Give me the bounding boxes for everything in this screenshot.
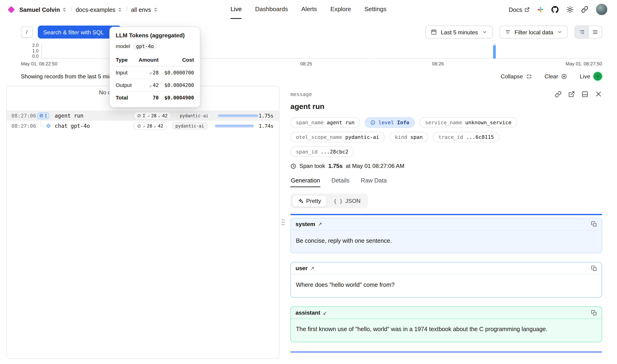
trace-row-agent-run[interactable]: 08:27:06 1 agent run Σ ↗ 28 ↙ [7, 111, 279, 121]
message-role: system [296, 221, 315, 227]
search-sql-button[interactable]: Search & filter with SQL [38, 26, 121, 39]
json-label: JSON [345, 198, 361, 204]
row-cost: $0.0004200 [159, 79, 194, 91]
flat-view-button[interactable] [588, 26, 602, 38]
nav-right-actions: Docs [509, 3, 607, 15]
filter-label: Filter local data [514, 29, 553, 35]
span-box-icon [39, 114, 43, 117]
copy-button[interactable] [591, 310, 597, 315]
toolbar: / Search & filter with SQL Last 5 minute… [0, 26, 617, 39]
tab-generation[interactable]: Generation [290, 176, 320, 187]
open-in-new-button[interactable] [568, 91, 575, 97]
time-range-select[interactable]: Last 5 minutes [425, 26, 492, 39]
y-tick: 0.0 [24, 54, 39, 58]
view-format-toggle-wrap: Pretty { } JSON [290, 194, 602, 208]
close-icon [595, 91, 602, 98]
nav-item-alerts[interactable]: Alerts [301, 0, 317, 19]
org-selector[interactable]: Samuel Colvin [19, 6, 67, 13]
span-detail-panel: message agent run span_name agent run le… [287, 86, 608, 359]
child-count-badge[interactable]: 1 [37, 112, 49, 119]
nav-item-live[interactable]: Live [231, 0, 242, 19]
service-name-pill[interactable]: service_name unknown_service [420, 117, 517, 128]
sun-icon [566, 6, 574, 13]
dock-panel-button[interactable] [581, 91, 588, 97]
scope-tag[interactable]: pydantic-ai [177, 112, 211, 119]
duration-bar[interactable] [215, 125, 254, 127]
copy-button[interactable] [591, 221, 597, 227]
slack-icon [537, 6, 544, 13]
copy-button[interactable] [591, 265, 597, 271]
filter-local-data-select[interactable]: Filter local data [499, 26, 568, 39]
input-arrow-icon: ↗ [149, 70, 152, 76]
updown-icon [117, 7, 122, 12]
duration-bar-track [214, 125, 254, 127]
scope-tag[interactable]: pydantic-ai [172, 122, 207, 130]
project-selector[interactable]: docs-examples [76, 6, 122, 13]
tree-view-button[interactable] [575, 26, 588, 38]
attr-key: span_name [296, 120, 324, 125]
span-name: chat gpt-4o [55, 123, 133, 129]
collapse-button[interactable]: Collapse [500, 73, 532, 79]
message-card-user: user ↗ Where does "hello world" come fro… [290, 262, 602, 298]
panel-splitter[interactable] [279, 86, 287, 359]
env-selector[interactable]: all envs [131, 6, 158, 13]
view-mode-toggle [575, 26, 602, 39]
level-pill[interactable]: level Info [365, 117, 415, 128]
filter-icon [505, 29, 511, 35]
updown-icon [153, 7, 158, 12]
theme-toggle-button[interactable] [566, 6, 574, 13]
copy-link-button[interactable] [555, 91, 562, 97]
slack-button[interactable] [537, 6, 544, 13]
nav-item-explore[interactable]: Explore [330, 0, 351, 19]
clock-icon [290, 163, 296, 169]
output-arrow-icon: ↙ [158, 113, 160, 118]
token-icon [137, 124, 141, 128]
drag-handle-icon[interactable] [281, 219, 285, 226]
model-value: gpt-4o [133, 43, 157, 50]
token-usage-pill[interactable]: Σ ↗ 28 ↙ 42 [133, 112, 171, 120]
attr-value: agent run [327, 120, 355, 125]
input-arrow-icon: ↗ [143, 124, 145, 128]
token-usage-pill[interactable]: ↗ 28 ↙ 42 [133, 122, 167, 130]
share-link-button[interactable] [581, 6, 589, 13]
json-view-button[interactable]: { } JSON [328, 195, 367, 207]
kind-pill[interactable]: kind span [389, 132, 428, 142]
histogram-bar[interactable] [493, 45, 496, 59]
github-button[interactable] [551, 6, 559, 13]
message-text: The first known use of "hello, world" wa… [291, 319, 563, 342]
nav-item-settings[interactable]: Settings [364, 0, 386, 19]
attr-key: kind [395, 134, 407, 140]
message-card-assistant: assistant ↙ The first known use of "hell… [290, 307, 602, 342]
status-actions: Collapse Clear Live [500, 72, 602, 80]
attr-value: Info [397, 120, 409, 125]
span-name-pill[interactable]: span_name agent run [290, 117, 360, 128]
duration-bar[interactable] [218, 114, 258, 117]
user-avatar[interactable] [596, 3, 607, 15]
col-type: Type [116, 55, 135, 66]
top-nav: Samuel Colvin / docs-examples / all envs… [0, 0, 617, 19]
logfire-logo-icon[interactable] [8, 6, 15, 13]
docs-link[interactable]: Docs [509, 6, 530, 13]
sparkles-icon [298, 198, 303, 204]
trace-id-pill[interactable]: trace_id ...6c8115 [433, 132, 499, 142]
link-icon [555, 91, 562, 97]
otel-scope-pill[interactable]: otel_scope_name pydantic-ai [290, 132, 385, 142]
live-toggle[interactable]: Live [580, 72, 602, 80]
trace-row-chat-gpt-4o[interactable]: 08:27:06 chat gpt-4o ↗ 28 ↙ 42 pydantic-… [7, 121, 279, 131]
external-link-icon [525, 7, 530, 12]
clear-button[interactable]: Clear [544, 73, 567, 79]
tab-details[interactable]: Details [331, 176, 350, 187]
took-duration: 1.75s [328, 163, 342, 169]
direction-arrow-icon: ↙ [323, 310, 327, 315]
calendar-icon [431, 29, 437, 35]
close-panel-button[interactable] [595, 91, 602, 98]
row-node: 1 [37, 112, 55, 119]
pretty-view-button[interactable]: Pretty [292, 195, 327, 207]
tab-raw-data[interactable]: Raw Data [360, 176, 387, 187]
nav-item-dashboards[interactable]: Dashboards [255, 0, 288, 19]
popover-title: LLM Tokens (aggregated) [116, 32, 194, 39]
span-diamond-icon [46, 124, 51, 128]
span-id-pill[interactable]: span_id ...28cbc2 [290, 146, 354, 157]
x-tick: 08:25 [300, 61, 312, 66]
message-text: Be concise, reply with one sentence. [291, 230, 563, 253]
